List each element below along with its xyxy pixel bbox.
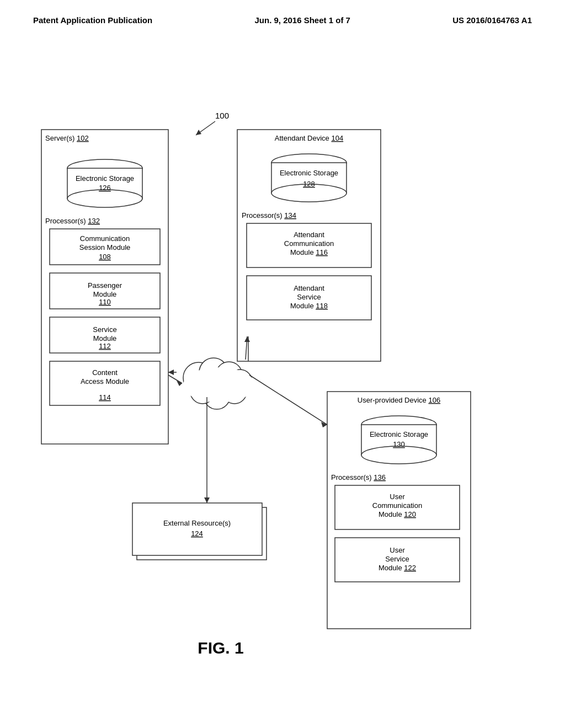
- user-storage-bottom: [361, 446, 436, 464]
- header-right: US 2016/0164763 A1: [452, 15, 532, 25]
- attendant-storage-label1: Electronic Storage: [280, 169, 338, 177]
- header-center: Jun. 9, 2016 Sheet 1 of 7: [254, 15, 350, 25]
- attendant-service-label1: Attendant: [294, 284, 324, 292]
- comm-session-label1: Communication: [80, 234, 130, 243]
- server-storage-label1: Electronic Storage: [76, 174, 134, 183]
- attendant-comm-label3: Module 116: [290, 248, 328, 256]
- diagram-svg: 100 Server(s) 102 Electronic Storage 126…: [0, 44, 565, 717]
- user-device-title: User-provided Device 106: [358, 396, 440, 404]
- connector-server-cloud: [168, 375, 182, 383]
- external-resource-label1: External Resource(s): [163, 519, 231, 527]
- service-module-ref: 112: [99, 342, 111, 350]
- comm-session-ref: 108: [99, 253, 111, 261]
- connector-cloud-user: [249, 375, 327, 425]
- user-service-label2: Service: [385, 555, 409, 563]
- user-comm-label3: Module 120: [379, 510, 416, 518]
- fig-label: FIG. 1: [198, 639, 243, 657]
- svg-marker-12: [168, 370, 174, 375]
- attendant-service-label3: Module 118: [290, 302, 328, 310]
- passenger-module-ref: 110: [99, 298, 111, 306]
- processor-134-label: Processor(s) 134: [242, 211, 296, 220]
- svg-marker-13: [204, 497, 210, 503]
- content-access-label2: Access Module: [81, 377, 129, 386]
- header-left: Patent Application Publication: [33, 15, 152, 25]
- server-title: Server(s) 102: [45, 134, 89, 142]
- attendant-service-label2: Service: [297, 293, 321, 301]
- processor-132-label: Processor(s) 132: [45, 217, 100, 225]
- external-resource-label2: 124: [191, 529, 203, 538]
- passenger-module-label2: Module: [93, 290, 117, 298]
- service-module-label2: Module: [93, 334, 117, 342]
- content-access-label1: Content: [92, 368, 118, 377]
- page: Patent Application Publication Jun. 9, 2…: [0, 0, 565, 728]
- service-module-label1: Service: [93, 325, 116, 334]
- content-access-ref: 114: [99, 393, 111, 402]
- user-storage-label2: 130: [393, 440, 405, 448]
- header: Patent Application Publication Jun. 9, 2…: [0, 0, 565, 25]
- comm-session-label2: Session Module: [79, 243, 131, 251]
- server-storage-bottom: [67, 190, 142, 207]
- attendant-comm-label1: Attendant: [294, 231, 324, 239]
- user-service-label1: User: [390, 546, 405, 554]
- ref-100: 100: [215, 111, 229, 120]
- user-service-label3: Module 122: [379, 564, 416, 572]
- passenger-module-label1: Passenger: [88, 281, 122, 290]
- user-comm-label2: Communication: [372, 501, 422, 510]
- svg-marker-1: [196, 130, 201, 135]
- user-storage-label1: Electronic Storage: [370, 430, 428, 438]
- svg-point-9: [183, 367, 255, 403]
- attendant-device-title: Attendant Device 104: [275, 134, 343, 142]
- attendant-comm-label2: Communication: [284, 239, 334, 248]
- user-comm-label1: User: [390, 493, 405, 501]
- attendant-storage-label2: 128: [303, 180, 315, 188]
- server-storage-label2: 126: [99, 184, 111, 192]
- processor-136-label: Processor(s) 136: [331, 473, 386, 481]
- cloud-shape: [183, 358, 255, 409]
